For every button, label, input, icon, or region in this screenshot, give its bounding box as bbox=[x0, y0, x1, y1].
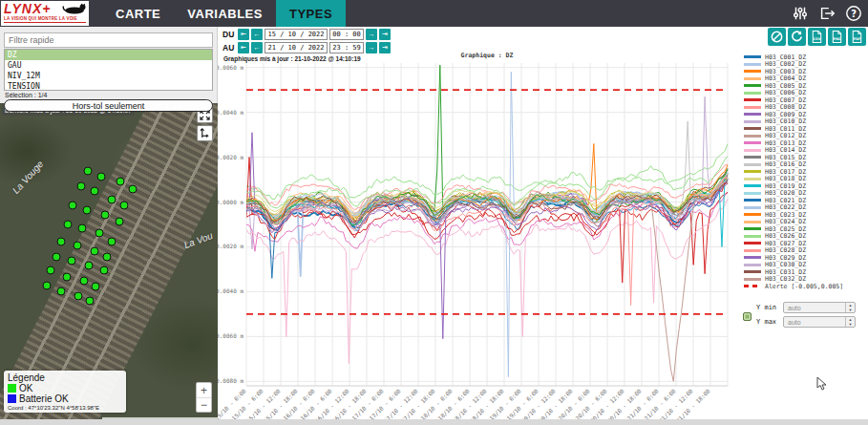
variable-item-niv_12m[interactable]: NIV_12M bbox=[5, 71, 212, 81]
export-csv-button[interactable]: CSV bbox=[808, 28, 826, 46]
au-next-icon[interactable]: → bbox=[366, 42, 377, 53]
sensor-marker[interactable] bbox=[43, 282, 52, 290]
du-prev-icon[interactable]: ← bbox=[251, 29, 263, 40]
series-swatch bbox=[744, 106, 761, 109]
sensor-marker[interactable] bbox=[77, 182, 86, 191]
sensor-marker[interactable] bbox=[120, 202, 129, 210]
map-legend-item: Batterie OK bbox=[8, 393, 121, 404]
sensor-marker[interactable] bbox=[64, 221, 73, 229]
legend-swatch bbox=[8, 394, 16, 403]
file-icon: CSV bbox=[810, 30, 824, 44]
series-swatch bbox=[744, 163, 761, 166]
map[interactable]: La Vouge La Vou Dernière mise à jour : 2… bbox=[0, 103, 218, 425]
du-first-icon[interactable]: ⇤ bbox=[238, 29, 249, 40]
sensor-marker[interactable] bbox=[129, 185, 138, 194]
nav-icons: ? bbox=[790, 0, 864, 27]
series-swatch bbox=[744, 149, 761, 152]
sensor-marker[interactable] bbox=[47, 266, 55, 275]
legend-entry-alerte-0-005-0-005-[interactable]: Alerte [-0.005,0.005] bbox=[744, 283, 843, 290]
sensor-marker[interactable] bbox=[108, 238, 116, 246]
du-next-icon[interactable]: → bbox=[366, 29, 377, 40]
export-png-button[interactable]: PNG bbox=[828, 28, 846, 46]
series-swatch bbox=[744, 184, 761, 187]
axes-tool-icon[interactable] bbox=[197, 125, 213, 141]
sensor-marker[interactable] bbox=[84, 167, 93, 176]
settings-sliders-icon[interactable] bbox=[790, 3, 811, 24]
y-min-row: Y min auto ▲ ▼ bbox=[756, 302, 856, 313]
sensor-marker[interactable] bbox=[86, 297, 95, 306]
series-swatch bbox=[744, 127, 761, 130]
variable-item-dz[interactable]: DZ bbox=[5, 50, 212, 60]
y-max-decrement-icon[interactable]: ▼ bbox=[846, 322, 855, 327]
map-legend-title: Légende bbox=[8, 372, 121, 383]
bottom-scrollbar[interactable] bbox=[0, 419, 868, 425]
clear-selection-button[interactable] bbox=[768, 28, 786, 46]
sensor-marker[interactable] bbox=[83, 206, 92, 215]
sensor-marker[interactable] bbox=[68, 257, 76, 266]
sensor-marker[interactable] bbox=[116, 218, 124, 226]
sensor-marker[interactable] bbox=[85, 262, 94, 270]
sensor-marker[interactable] bbox=[95, 229, 104, 238]
sensor-marker[interactable] bbox=[53, 253, 61, 262]
y-lock-toggle[interactable] bbox=[743, 312, 752, 321]
sensor-marker[interactable] bbox=[57, 238, 66, 246]
sensor-marker[interactable] bbox=[74, 242, 82, 250]
au-last-icon[interactable]: ⇥ bbox=[379, 42, 391, 53]
hors-tol-button[interactable]: Hors-tol seulement bbox=[4, 99, 213, 112]
date-row-au: AU ⇤ ← 21 / 10 / 2022 23 : 59 → ⇥ bbox=[222, 41, 391, 53]
sensor-marker[interactable] bbox=[108, 196, 116, 204]
series-swatch bbox=[744, 63, 761, 66]
y-min-decrement-icon[interactable]: ▼ bbox=[846, 308, 855, 312]
du-time-field[interactable]: 00 : 00 bbox=[329, 29, 364, 40]
zoom-out-button[interactable]: − bbox=[197, 397, 211, 412]
du-date-field[interactable]: 15 / 10 / 2022 bbox=[265, 29, 328, 40]
sensor-marker[interactable] bbox=[80, 277, 89, 286]
sensor-marker[interactable] bbox=[91, 247, 99, 256]
sensor-marker[interactable] bbox=[63, 273, 72, 282]
export-pdf-button[interactable]: PDF bbox=[848, 28, 866, 46]
nav-item-carte[interactable]: CARTE bbox=[102, 0, 174, 27]
y-min-input[interactable]: auto ▲ ▼ bbox=[783, 302, 856, 313]
chart-grid bbox=[246, 63, 728, 386]
sensor-marker[interactable] bbox=[78, 224, 87, 233]
series-swatch bbox=[744, 192, 761, 195]
series-swatch bbox=[744, 285, 761, 287]
du-last-icon[interactable]: ⇥ bbox=[379, 29, 391, 40]
series-swatch bbox=[744, 278, 761, 281]
y-min-label: Y min bbox=[756, 304, 783, 311]
sensor-marker[interactable] bbox=[92, 283, 100, 291]
au-first-icon[interactable]: ⇤ bbox=[238, 42, 249, 53]
y-max-input[interactable]: auto ▲ ▼ bbox=[783, 316, 856, 328]
sensor-marker[interactable] bbox=[57, 287, 66, 296]
sensor-marker[interactable] bbox=[100, 266, 109, 275]
series-swatch bbox=[744, 256, 761, 259]
svg-text:PDF: PDF bbox=[854, 37, 861, 41]
logout-icon[interactable] bbox=[816, 3, 837, 24]
au-date-field[interactable]: 21 / 10 / 2022 bbox=[265, 42, 328, 53]
reset-zoom-button[interactable] bbox=[788, 28, 806, 46]
sensor-marker[interactable] bbox=[103, 253, 112, 262]
au-label: AU bbox=[222, 43, 236, 53]
series-swatch bbox=[744, 227, 761, 230]
filter-input[interactable] bbox=[4, 32, 213, 48]
help-icon[interactable]: ? bbox=[843, 3, 864, 24]
variable-item-tension[interactable]: TENSION bbox=[5, 81, 212, 91]
logo[interactable]: LYNX+ LA VISION QUI MONTRE LA VOIE bbox=[1, 1, 89, 26]
series-swatch bbox=[744, 92, 761, 95]
sensor-marker[interactable] bbox=[97, 173, 106, 181]
au-time-field[interactable]: 23 : 59 bbox=[329, 42, 364, 53]
sensor-marker[interactable] bbox=[69, 202, 77, 210]
ban-icon bbox=[770, 30, 784, 44]
series-swatch bbox=[744, 77, 761, 80]
sensor-marker[interactable] bbox=[91, 187, 99, 196]
sensor-marker[interactable] bbox=[116, 178, 125, 186]
variable-item-gau[interactable]: GAU bbox=[5, 60, 212, 71]
series-swatch bbox=[744, 235, 761, 238]
au-prev-icon[interactable]: ← bbox=[251, 42, 263, 53]
sensor-marker[interactable] bbox=[101, 211, 110, 220]
y-max-spinner: ▲ ▼ bbox=[845, 317, 855, 327]
nav-item-variables[interactable]: VARIABLES bbox=[174, 0, 276, 27]
sensor-marker[interactable] bbox=[74, 292, 83, 301]
zoom-in-button[interactable]: + bbox=[197, 383, 211, 397]
nav-item-types[interactable]: TYPES bbox=[276, 0, 346, 27]
